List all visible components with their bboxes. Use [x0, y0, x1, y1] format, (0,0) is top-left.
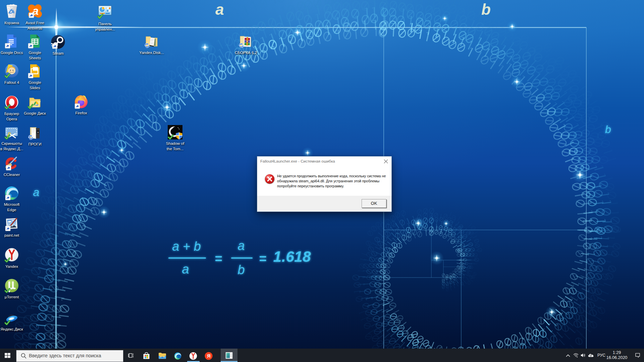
svg-text:a: a: [33, 186, 40, 198]
svg-text:b: b: [605, 123, 611, 135]
svg-text:=: =: [259, 252, 266, 266]
svg-text:1.618: 1.618: [273, 248, 311, 265]
svg-text:a: a: [182, 262, 189, 276]
svg-text:a: a: [215, 1, 224, 18]
svg-text:a + b: a + b: [172, 239, 201, 253]
svg-text:b: b: [481, 1, 491, 18]
svg-text:a: a: [237, 239, 245, 253]
svg-text:Я: Я: [207, 353, 210, 359]
svg-text:b: b: [237, 263, 245, 277]
svg-text:=: =: [215, 252, 222, 266]
